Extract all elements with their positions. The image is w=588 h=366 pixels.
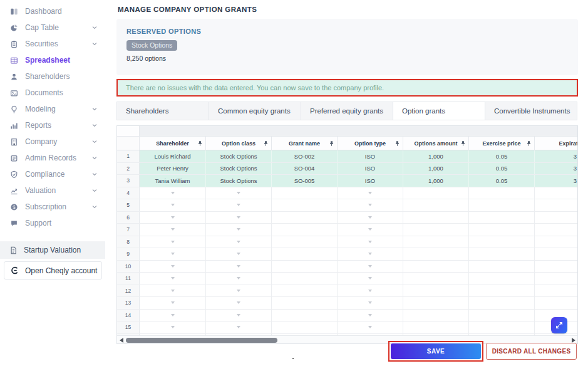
cell-option-class[interactable] (206, 212, 272, 224)
dropdown-caret-icon[interactable] (171, 265, 175, 268)
column-header-shareholder[interactable]: Shareholder (140, 137, 206, 150)
cell-option-type[interactable] (338, 199, 403, 211)
dropdown-caret-icon[interactable] (171, 253, 175, 255)
row-number[interactable]: 10 (117, 261, 140, 273)
dropdown-caret-icon[interactable] (237, 326, 240, 328)
cell-option-class[interactable] (206, 187, 272, 199)
cell-option-class[interactable]: Stock Options (206, 163, 272, 175)
cell-grant-name[interactable] (272, 236, 338, 248)
row-number[interactable]: 11 (117, 273, 140, 285)
cell-shareholder[interactable] (140, 310, 206, 322)
row-number[interactable]: 4 (117, 187, 140, 199)
cell-grant-name[interactable] (272, 248, 338, 260)
cell-exercise-price[interactable]: 0.05 (469, 150, 535, 162)
dropdown-caret-icon[interactable] (171, 277, 175, 280)
cell-options-amount[interactable] (403, 199, 469, 211)
dropdown-caret-icon[interactable] (368, 265, 372, 268)
cell-option-class[interactable]: Stock Options (206, 150, 272, 162)
cell-options-amount[interactable] (403, 187, 469, 199)
sidebar-item-company[interactable]: Company (0, 133, 105, 150)
dropdown-caret-icon[interactable] (171, 216, 175, 219)
dropdown-caret-icon[interactable] (237, 241, 240, 243)
cell-expiration-p[interactable] (535, 236, 578, 248)
dropdown-caret-icon[interactable] (368, 192, 372, 194)
dropdown-caret-icon[interactable] (237, 228, 240, 231)
cell-options-amount[interactable]: 1,000 (403, 175, 469, 187)
cell-expiration-p[interactable] (535, 187, 578, 199)
cell-shareholder[interactable] (140, 273, 206, 285)
cell-shareholder[interactable] (140, 297, 206, 309)
sidebar-item-modeling[interactable]: Modeling (0, 101, 105, 117)
cell-option-class[interactable] (206, 273, 272, 285)
expand-fullscreen-button[interactable] (551, 317, 567, 333)
cell-grant-name[interactable] (272, 187, 338, 199)
dropdown-caret-icon[interactable] (368, 253, 372, 255)
cell-shareholder[interactable] (140, 285, 206, 297)
cell-option-class[interactable] (206, 199, 272, 211)
dropdown-caret-icon[interactable] (237, 204, 240, 206)
dropdown-caret-icon[interactable] (237, 301, 240, 304)
pin-column-icon[interactable] (263, 140, 269, 147)
cell-option-type[interactable] (338, 236, 403, 248)
cell-option-type[interactable]: ISO (338, 163, 403, 175)
cell-grant-name[interactable]: SO-002 (272, 150, 338, 162)
cell-shareholder[interactable] (140, 322, 206, 333)
cell-options-amount[interactable] (403, 297, 469, 309)
sidebar-item-support[interactable]: Support (0, 215, 105, 231)
cell-shareholder[interactable] (140, 248, 206, 260)
cell-expiration-p[interactable] (535, 261, 578, 273)
dropdown-caret-icon[interactable] (368, 290, 372, 292)
sidebar-item-admin-records[interactable]: Admin Records (0, 150, 105, 166)
pin-column-icon[interactable] (395, 140, 400, 147)
tab-convertible-instruments[interactable]: Convertible Instruments (485, 102, 577, 120)
cell-options-amount[interactable] (403, 236, 469, 248)
cell-grant-name[interactable] (272, 322, 338, 333)
cell-option-class[interactable] (206, 224, 272, 236)
column-header-options-amount[interactable]: Options amount (403, 137, 469, 150)
scrollbar-thumb[interactable] (126, 338, 277, 343)
dropdown-caret-icon[interactable] (368, 241, 372, 243)
cell-shareholder[interactable] (140, 261, 206, 273)
dropdown-caret-icon[interactable] (237, 290, 240, 292)
cell-grant-name[interactable] (272, 199, 338, 211)
row-number[interactable]: 2 (117, 163, 140, 175)
tab-common-equity-grants[interactable]: Common equity grants (209, 102, 301, 120)
cell-grant-name[interactable] (272, 212, 338, 224)
row-number[interactable]: 14 (117, 310, 140, 322)
cell-grant-name[interactable]: SO-005 (272, 175, 338, 187)
column-header-exercise-price[interactable]: Exercise price (469, 137, 535, 150)
cell-option-type[interactable] (338, 322, 403, 333)
sidebar-item-securities[interactable]: Securities (0, 36, 105, 52)
cell-exercise-price[interactable] (469, 297, 535, 309)
dropdown-caret-icon[interactable] (368, 314, 372, 316)
cell-option-type[interactable]: ISO (338, 150, 403, 162)
cell-option-class[interactable] (206, 285, 272, 297)
cell-option-type[interactable] (338, 261, 403, 273)
cell-grant-name[interactable] (272, 285, 338, 297)
cell-exercise-price[interactable] (469, 273, 535, 285)
cell-options-amount[interactable] (403, 224, 469, 236)
cell-exercise-price[interactable] (469, 224, 535, 236)
open-cheqly-account-button[interactable]: Open Cheqly account (4, 261, 102, 280)
cell-option-class[interactable] (206, 261, 272, 273)
cell-option-type[interactable] (338, 310, 403, 322)
dropdown-caret-icon[interactable] (171, 290, 175, 292)
cell-shareholder[interactable] (140, 236, 206, 248)
cell-grant-name[interactable] (272, 297, 338, 309)
dropdown-caret-icon[interactable] (368, 204, 372, 206)
dropdown-caret-icon[interactable] (171, 326, 175, 328)
cell-expiration-p[interactable] (535, 248, 578, 260)
cell-shareholder[interactable] (140, 199, 206, 211)
row-number[interactable]: 12 (117, 285, 140, 297)
row-number[interactable]: 5 (117, 199, 140, 211)
cell-shareholder[interactable]: Tania William (140, 175, 206, 187)
row-number[interactable]: 15 (117, 322, 140, 333)
sidebar-item-cap-table[interactable]: Cap Table (0, 19, 105, 36)
cell-option-class[interactable] (206, 248, 272, 260)
cell-options-amount[interactable] (403, 310, 469, 322)
cell-option-class[interactable] (206, 297, 272, 309)
pin-column-icon[interactable] (526, 140, 532, 147)
cell-options-amount[interactable] (403, 273, 469, 285)
cell-exercise-price[interactable] (469, 212, 535, 224)
cell-option-type[interactable] (338, 273, 403, 285)
